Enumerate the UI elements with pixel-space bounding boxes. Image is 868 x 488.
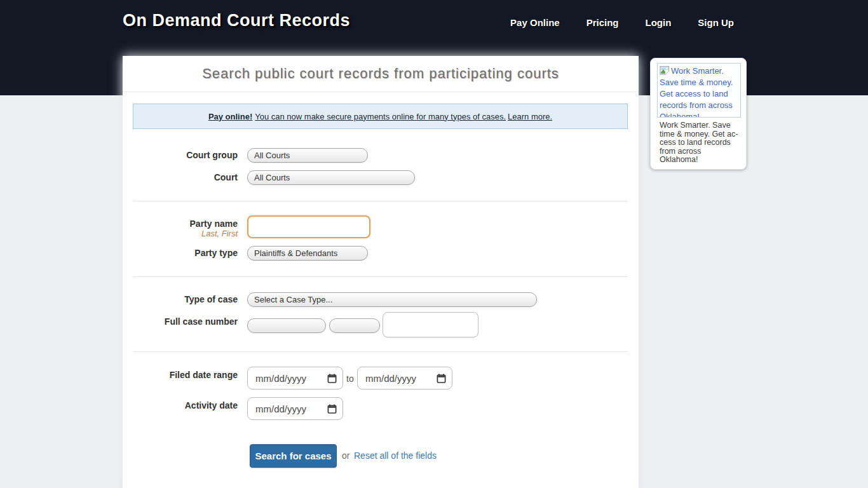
activity-date-field[interactable] (247, 397, 343, 420)
party-name-hint: Last, First (123, 229, 238, 238)
ad-caption-line: cess to land records (660, 139, 741, 147)
land-records-ad-card: Work Smarter. Save time & money. Get acc… (650, 58, 747, 170)
ad-alt-text: Work Smarter. Save time & money. Get acc… (660, 66, 733, 118)
filed-date-from-field[interactable] (247, 367, 343, 390)
case-type-label: Type of case (123, 294, 238, 304)
ad-caption-line: Work Smarter. Save (660, 121, 741, 130)
calendar-icon[interactable] (327, 404, 337, 414)
party-type-select[interactable]: Plaintiffs & Defendants (247, 246, 368, 261)
party-type-label: Party type (123, 248, 238, 258)
pay-online-banner-link[interactable]: Pay online!You can now make secure payme… (208, 112, 552, 121)
top-navigation: Pay Online Pricing Login Sign Up (510, 17, 734, 28)
page-title: Search public court records from partici… (202, 65, 559, 82)
filed-date-range-label: Filed date range (123, 370, 238, 380)
party-name-input[interactable] (247, 215, 370, 238)
nav-pay-online[interactable]: Pay Online (510, 17, 560, 28)
party-name-label: Party name (123, 219, 238, 229)
section-divider (133, 201, 628, 201)
filed-date-to-field[interactable] (357, 367, 452, 390)
ad-caption-line: from across (660, 147, 741, 156)
section-divider (133, 276, 628, 277)
date-range-joiner: to (346, 374, 354, 384)
case-type-select[interactable]: Select a Case Type... (247, 292, 537, 307)
court-label: Court (123, 172, 238, 182)
search-panel: Search public court records from partici… (123, 56, 639, 488)
ad-caption: Work Smarter. Save time & money. Get ac-… (660, 121, 741, 165)
court-select[interactable]: All Courts (247, 170, 415, 185)
panel-heading: Search public court records from partici… (123, 56, 639, 92)
search-for-cases-button[interactable]: Search for cases (250, 444, 337, 468)
site-logo-title[interactable]: On Demand Court Records (123, 11, 350, 30)
ad-caption-line: time & money. Get ac- (660, 130, 741, 139)
ad-broken-image-link[interactable]: Work Smarter. Save time & money. Get acc… (657, 63, 741, 118)
court-group-select[interactable]: All Courts (247, 148, 368, 163)
case-number-label: Full case number (123, 316, 238, 327)
section-divider (133, 351, 628, 352)
banner-learn-more-link[interactable]: Learn more. (508, 112, 552, 121)
case-number-prefix-select[interactable] (247, 318, 326, 333)
nav-login[interactable]: Login (646, 17, 672, 28)
or-text: or (342, 451, 349, 461)
nav-pricing[interactable]: Pricing (587, 17, 619, 28)
reset-fields-link[interactable]: Reset all of the fields (354, 451, 437, 461)
case-number-input[interactable] (383, 312, 478, 337)
activity-date-label: Activity date (123, 400, 238, 410)
nav-sign-up[interactable]: Sign Up (698, 17, 734, 28)
court-group-label: Court group (123, 150, 238, 160)
calendar-icon[interactable] (327, 374, 337, 383)
broken-image-icon (660, 65, 670, 76)
banner-lead-text: Pay online! (208, 112, 252, 121)
ad-caption-line: Oklahoma! (660, 156, 741, 165)
banner-body-text: You can now make secure payments online … (255, 112, 506, 121)
pay-online-banner[interactable]: Pay online!You can now make secure payme… (133, 104, 628, 129)
case-number-year-select[interactable] (329, 318, 380, 333)
calendar-icon[interactable] (437, 374, 446, 383)
